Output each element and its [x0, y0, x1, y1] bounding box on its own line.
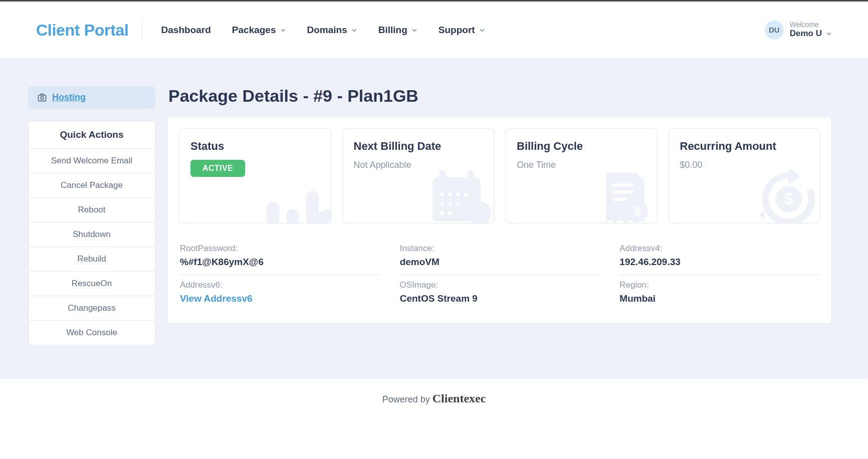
package-panel: Status ACTIVE Next Billing Date Not: [167, 117, 832, 324]
summary-cards: Status ACTIVE Next Billing Date Not: [179, 128, 820, 223]
row-region: Region: Mumbai: [619, 275, 819, 311]
svg-point-16: [440, 202, 444, 206]
sidebar-item-label: Hosting: [52, 92, 86, 103]
svg-text:$: $: [633, 204, 640, 218]
value-root-password: %#f1@K86ymX@6: [180, 257, 380, 268]
value-instance: demoVM: [400, 257, 600, 268]
nav-billing-label: Billing: [378, 25, 407, 36]
qa-reboot[interactable]: Reboot: [29, 198, 155, 222]
nav-dashboard[interactable]: Dashboard: [161, 25, 211, 36]
svg-rect-10: [467, 170, 474, 182]
card-next-billing: Next Billing Date Not Applicable: [342, 128, 495, 223]
page-title: Package Details - #9 - Plan1GB: [168, 86, 832, 106]
row-osimage: OSImage: CentOS Stream 9: [400, 275, 600, 311]
qa-changepass[interactable]: Changepass: [29, 296, 155, 321]
qa-shutdown[interactable]: Shutdown: [29, 222, 155, 247]
qa-cancel-package[interactable]: Cancel Package: [29, 173, 155, 198]
svg-rect-5: [306, 191, 318, 223]
svg-point-17: [448, 202, 452, 206]
details-grid: RootPassword: %#f1@K86ymX@6 Addressv6: V…: [179, 235, 820, 312]
svg-text:$: $: [784, 190, 793, 207]
main-content: Package Details - #9 - Plan1GB Status AC…: [167, 86, 832, 324]
nav-domains[interactable]: Domains: [307, 25, 357, 36]
user-name: Demo U: [790, 29, 822, 39]
nav-domains-label: Domains: [307, 25, 347, 36]
nav-packages-label: Packages: [232, 25, 276, 36]
avatar: DU: [765, 21, 784, 40]
quick-actions: Quick Actions Send Welcome Email Cancel …: [28, 121, 155, 345]
label-instance: Instance:: [400, 244, 600, 254]
svg-rect-4: [286, 209, 299, 223]
label-root-password: RootPassword:: [180, 244, 380, 254]
svg-point-20: [448, 211, 452, 215]
main-nav: Dashboard Packages Domains Billing Suppo…: [161, 25, 485, 36]
top-bar: Client Portal Dashboard Packages Domains…: [0, 0, 868, 58]
card-recurring-label: Recurring Amount: [680, 140, 809, 153]
row-addressv4: Addressv4: 192.46.209.33: [619, 239, 819, 275]
details-col-3: Addressv4: 192.46.209.33 Region: Mumbai: [619, 239, 819, 311]
chevron-down-icon: [826, 31, 832, 37]
qa-web-console[interactable]: Web Console: [29, 321, 155, 345]
brand-logo[interactable]: Client Portal: [36, 19, 142, 41]
row-root-password: RootPassword: %#f1@K86ymX@6: [180, 239, 380, 275]
label-addressv6: Addressv6:: [180, 280, 380, 290]
nav-packages[interactable]: Packages: [232, 25, 286, 36]
card-billing-cycle: Billing Cycle One Time $: [505, 128, 658, 223]
qa-rescue-on[interactable]: RescueOn: [29, 272, 155, 296]
chevron-down-icon: [479, 27, 485, 33]
page-body: Hosting Quick Actions Send Welcome Email…: [0, 58, 868, 379]
svg-point-12: [440, 192, 444, 196]
card-recurring: Recurring Amount $0.00 $: [669, 128, 821, 223]
label-osimage: OSImage:: [400, 280, 600, 290]
svg-point-1: [41, 96, 44, 99]
svg-point-13: [448, 192, 452, 196]
svg-rect-3: [267, 202, 279, 223]
svg-rect-0: [39, 95, 46, 101]
chevron-down-icon: [280, 27, 286, 33]
status-badge: ACTIVE: [190, 160, 245, 177]
chevron-down-icon: [351, 27, 357, 33]
quick-actions-title: Quick Actions: [29, 121, 155, 149]
label-addressv4: Addressv4:: [619, 244, 819, 254]
card-billing-cycle-label: Billing Cycle: [517, 140, 646, 153]
svg-rect-21: [612, 183, 633, 186]
qa-rebuild[interactable]: Rebuild: [29, 247, 155, 272]
user-menu[interactable]: DU Welcome Demo U: [765, 21, 832, 40]
sidebar: Hosting Quick Actions Send Welcome Email…: [28, 86, 155, 345]
chevron-down-icon: [411, 27, 417, 33]
nav-billing[interactable]: Billing: [378, 25, 417, 36]
nav-support-label: Support: [439, 25, 475, 36]
nav-dashboard-label: Dashboard: [161, 25, 211, 36]
svg-point-19: [440, 211, 444, 215]
footer: Powered by Clientexec: [0, 379, 868, 420]
link-view-addressv6[interactable]: View Addressv6: [180, 293, 380, 304]
footer-powered-by: Powered by: [382, 394, 432, 404]
svg-rect-9: [439, 170, 446, 182]
invoice-icon: $: [589, 168, 658, 223]
value-addressv4: 192.46.209.33: [619, 257, 819, 268]
card-status-label: Status: [190, 140, 320, 153]
label-region: Region:: [619, 280, 819, 290]
details-col-2: Instance: demoVM OSImage: CentOS Stream …: [400, 239, 600, 311]
card-status: Status ACTIVE: [179, 128, 331, 223]
svg-point-15: [464, 192, 468, 196]
value-region: Mumbai: [619, 293, 819, 304]
svg-point-14: [456, 192, 460, 196]
nav-support[interactable]: Support: [439, 25, 485, 36]
camera-icon: [37, 93, 47, 103]
qa-send-welcome-email[interactable]: Send Welcome Email: [29, 149, 155, 173]
svg-rect-23: [612, 198, 626, 201]
sidebar-item-hosting[interactable]: Hosting: [28, 86, 155, 109]
value-osimage: CentOS Stream 9: [400, 293, 600, 304]
details-col-1: RootPassword: %#f1@K86ymX@6 Addressv6: V…: [180, 239, 380, 311]
recurring-dollar-icon: $: [752, 168, 820, 223]
footer-brand[interactable]: Clientexec: [432, 392, 486, 405]
user-welcome: Welcome: [790, 21, 832, 29]
calendar-icon: [425, 168, 494, 223]
svg-rect-22: [612, 191, 633, 194]
row-addressv6: Addressv6: View Addressv6: [180, 275, 380, 311]
bars-icon: [263, 168, 331, 223]
svg-rect-2: [41, 94, 44, 95]
card-next-billing-label: Next Billing Date: [354, 140, 483, 153]
svg-point-18: [456, 202, 460, 206]
